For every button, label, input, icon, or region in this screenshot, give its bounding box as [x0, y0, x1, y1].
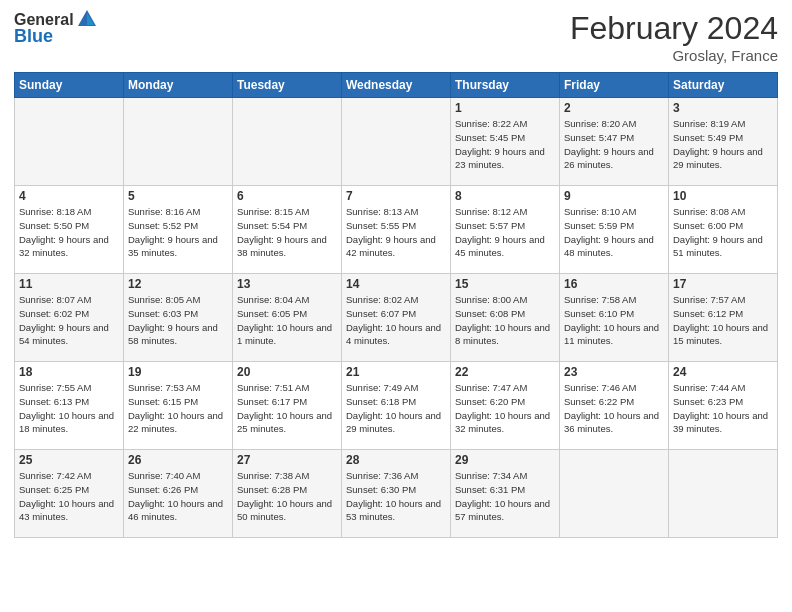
calendar-cell	[669, 450, 778, 538]
col-saturday: Saturday	[669, 73, 778, 98]
day-info: Sunrise: 8:20 AMSunset: 5:47 PMDaylight:…	[564, 117, 664, 172]
day-number: 19	[128, 365, 228, 379]
day-number: 11	[19, 277, 119, 291]
day-info: Sunrise: 8:10 AMSunset: 5:59 PMDaylight:…	[564, 205, 664, 260]
daylight: Daylight: 10 hours and 29 minutes.	[346, 410, 441, 435]
calendar-cell: 17Sunrise: 7:57 AMSunset: 6:12 PMDayligh…	[669, 274, 778, 362]
day-number: 13	[237, 277, 337, 291]
sunrise: Sunrise: 7:55 AM	[19, 382, 91, 393]
day-info: Sunrise: 7:34 AMSunset: 6:31 PMDaylight:…	[455, 469, 555, 524]
daylight: Daylight: 9 hours and 26 minutes.	[564, 146, 654, 171]
day-number: 14	[346, 277, 446, 291]
day-info: Sunrise: 7:40 AMSunset: 6:26 PMDaylight:…	[128, 469, 228, 524]
day-number: 22	[455, 365, 555, 379]
sunset: Sunset: 6:00 PM	[673, 220, 743, 231]
calendar-cell: 18Sunrise: 7:55 AMSunset: 6:13 PMDayligh…	[15, 362, 124, 450]
day-number: 9	[564, 189, 664, 203]
sunrise: Sunrise: 8:19 AM	[673, 118, 745, 129]
sunset: Sunset: 6:23 PM	[673, 396, 743, 407]
col-wednesday: Wednesday	[342, 73, 451, 98]
sunrise: Sunrise: 8:05 AM	[128, 294, 200, 305]
day-info: Sunrise: 7:46 AMSunset: 6:22 PMDaylight:…	[564, 381, 664, 436]
day-number: 21	[346, 365, 446, 379]
sunrise: Sunrise: 8:04 AM	[237, 294, 309, 305]
col-friday: Friday	[560, 73, 669, 98]
month-title: February 2024	[570, 10, 778, 47]
daylight: Daylight: 10 hours and 46 minutes.	[128, 498, 223, 523]
daylight: Daylight: 9 hours and 29 minutes.	[673, 146, 763, 171]
calendar-cell: 11Sunrise: 8:07 AMSunset: 6:02 PMDayligh…	[15, 274, 124, 362]
calendar-cell: 1Sunrise: 8:22 AMSunset: 5:45 PMDaylight…	[451, 98, 560, 186]
calendar-cell: 26Sunrise: 7:40 AMSunset: 6:26 PMDayligh…	[124, 450, 233, 538]
day-number: 6	[237, 189, 337, 203]
day-info: Sunrise: 7:44 AMSunset: 6:23 PMDaylight:…	[673, 381, 773, 436]
sunrise: Sunrise: 7:44 AM	[673, 382, 745, 393]
sunset: Sunset: 6:03 PM	[128, 308, 198, 319]
sunrise: Sunrise: 7:40 AM	[128, 470, 200, 481]
sunset: Sunset: 6:13 PM	[19, 396, 89, 407]
day-number: 5	[128, 189, 228, 203]
calendar-cell: 14Sunrise: 8:02 AMSunset: 6:07 PMDayligh…	[342, 274, 451, 362]
logo-icon	[76, 8, 98, 30]
daylight: Daylight: 10 hours and 36 minutes.	[564, 410, 659, 435]
sunrise: Sunrise: 7:58 AM	[564, 294, 636, 305]
day-info: Sunrise: 8:19 AMSunset: 5:49 PMDaylight:…	[673, 117, 773, 172]
sunset: Sunset: 5:50 PM	[19, 220, 89, 231]
day-number: 10	[673, 189, 773, 203]
day-info: Sunrise: 8:15 AMSunset: 5:54 PMDaylight:…	[237, 205, 337, 260]
daylight: Daylight: 9 hours and 42 minutes.	[346, 234, 436, 259]
day-number: 20	[237, 365, 337, 379]
sunrise: Sunrise: 8:07 AM	[19, 294, 91, 305]
calendar-body: 1Sunrise: 8:22 AMSunset: 5:45 PMDaylight…	[15, 98, 778, 538]
location: Groslay, France	[570, 47, 778, 64]
day-info: Sunrise: 7:58 AMSunset: 6:10 PMDaylight:…	[564, 293, 664, 348]
day-info: Sunrise: 8:00 AMSunset: 6:08 PMDaylight:…	[455, 293, 555, 348]
sunrise: Sunrise: 7:49 AM	[346, 382, 418, 393]
daylight: Daylight: 10 hours and 25 minutes.	[237, 410, 332, 435]
day-number: 8	[455, 189, 555, 203]
sunset: Sunset: 6:25 PM	[19, 484, 89, 495]
day-number: 3	[673, 101, 773, 115]
sunset: Sunset: 6:31 PM	[455, 484, 525, 495]
day-info: Sunrise: 8:07 AMSunset: 6:02 PMDaylight:…	[19, 293, 119, 348]
calendar-cell: 7Sunrise: 8:13 AMSunset: 5:55 PMDaylight…	[342, 186, 451, 274]
daylight: Daylight: 10 hours and 43 minutes.	[19, 498, 114, 523]
sunrise: Sunrise: 8:18 AM	[19, 206, 91, 217]
day-number: 4	[19, 189, 119, 203]
sunrise: Sunrise: 7:57 AM	[673, 294, 745, 305]
day-info: Sunrise: 8:18 AMSunset: 5:50 PMDaylight:…	[19, 205, 119, 260]
daylight: Daylight: 10 hours and 53 minutes.	[346, 498, 441, 523]
sunrise: Sunrise: 8:20 AM	[564, 118, 636, 129]
daylight: Daylight: 9 hours and 35 minutes.	[128, 234, 218, 259]
calendar-cell	[560, 450, 669, 538]
calendar-cell: 5Sunrise: 8:16 AMSunset: 5:52 PMDaylight…	[124, 186, 233, 274]
day-number: 29	[455, 453, 555, 467]
calendar-cell: 19Sunrise: 7:53 AMSunset: 6:15 PMDayligh…	[124, 362, 233, 450]
col-tuesday: Tuesday	[233, 73, 342, 98]
calendar-week-5: 25Sunrise: 7:42 AMSunset: 6:25 PMDayligh…	[15, 450, 778, 538]
day-number: 15	[455, 277, 555, 291]
calendar-cell: 15Sunrise: 8:00 AMSunset: 6:08 PMDayligh…	[451, 274, 560, 362]
daylight: Daylight: 9 hours and 58 minutes.	[128, 322, 218, 347]
calendar-cell: 3Sunrise: 8:19 AMSunset: 5:49 PMDaylight…	[669, 98, 778, 186]
daylight: Daylight: 9 hours and 23 minutes.	[455, 146, 545, 171]
sunset: Sunset: 6:26 PM	[128, 484, 198, 495]
day-info: Sunrise: 8:05 AMSunset: 6:03 PMDaylight:…	[128, 293, 228, 348]
day-number: 18	[19, 365, 119, 379]
sunset: Sunset: 5:47 PM	[564, 132, 634, 143]
sunset: Sunset: 6:05 PM	[237, 308, 307, 319]
day-info: Sunrise: 7:53 AMSunset: 6:15 PMDaylight:…	[128, 381, 228, 436]
daylight: Daylight: 9 hours and 48 minutes.	[564, 234, 654, 259]
day-number: 25	[19, 453, 119, 467]
sunrise: Sunrise: 8:13 AM	[346, 206, 418, 217]
daylight: Daylight: 10 hours and 11 minutes.	[564, 322, 659, 347]
day-info: Sunrise: 8:08 AMSunset: 6:00 PMDaylight:…	[673, 205, 773, 260]
sunset: Sunset: 6:30 PM	[346, 484, 416, 495]
calendar-header: Sunday Monday Tuesday Wednesday Thursday…	[15, 73, 778, 98]
day-number: 26	[128, 453, 228, 467]
col-sunday: Sunday	[15, 73, 124, 98]
sunset: Sunset: 6:10 PM	[564, 308, 634, 319]
sunrise: Sunrise: 8:02 AM	[346, 294, 418, 305]
day-number: 24	[673, 365, 773, 379]
day-info: Sunrise: 8:04 AMSunset: 6:05 PMDaylight:…	[237, 293, 337, 348]
